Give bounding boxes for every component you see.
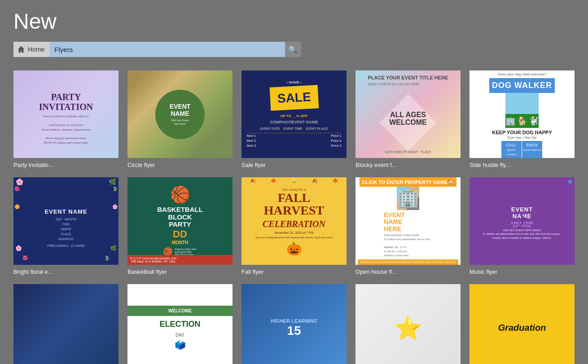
graduation-title: Graduation bbox=[498, 323, 546, 333]
template-item-election[interactable]: WELCOME ELECTION DAY 🗳️ bbox=[127, 284, 233, 364]
template-thumb-higher: HIGHER LEARNING 15 bbox=[241, 284, 347, 364]
template-item-fall[interactable]: 🍂🍁🍃🍂🍁 Get ready for a FALLHARVESTCelebra… bbox=[241, 177, 347, 275]
fall-leaves-decor: 🍂🍁🍃🍂🍁 bbox=[241, 177, 347, 184]
sale-company: COMPANY/EVENT NAME bbox=[270, 120, 318, 124]
dog-call: CALL[phone number] bbox=[501, 141, 522, 158]
dog-title: DOG WALKER bbox=[489, 78, 555, 93]
template-item-floral[interactable]: 🌸 🌿 🌺 🍃 🌸 🌿 🌺 🍃 🌼 🌸 EVENT NAME · DAY · M… bbox=[13, 177, 118, 275]
template-label: Bright floral e... bbox=[13, 268, 53, 275]
sale-table: Item 1Price 1 Item 2Price 2 Item 3Price … bbox=[247, 133, 342, 148]
template-thumb-blocky: PLACE YOUR EVENT TITLE HEREEVENT SUBTITL… bbox=[355, 70, 461, 158]
template-item-openhouse[interactable]: CLICK TO ENTER PROPERTY NAME 🏠 🏢 EVENTNA… bbox=[355, 177, 461, 275]
floral-details: · DAY · MONTH ·· TIME ·AM/PMPLACE· ADDRE… bbox=[54, 217, 78, 242]
template-thumb-basketball: 🏀 BASKETBALLBLOCKPARTY DD MONTH 🏀 Player… bbox=[127, 177, 233, 265]
blocky-title: PLACE YOUR EVENT TITLE HEREEVENT SUBTITL… bbox=[368, 75, 448, 87]
basketball-footer: R.S.V.P someone@example.com456 Main St i… bbox=[127, 255, 233, 265]
higher-pre: HIGHER LEARNING bbox=[271, 318, 317, 324]
template-thumb-fall: 🍂🍁🍃🍂🍁 Get ready for a FALLHARVESTCelebra… bbox=[241, 177, 347, 265]
openhouse-header-text: CLICK TO ENTER PROPERTY NAME bbox=[362, 180, 448, 185]
openhouse-photo: 🏢 bbox=[397, 187, 419, 210]
openhouse-content: EVENTNAMEHERE SUB HEADING GOES HERE To r… bbox=[381, 210, 434, 259]
search-bar: Home 🔍 bbox=[13, 42, 575, 57]
openhouse-event-title: EVENTNAMEHERE bbox=[384, 212, 432, 232]
page-header: New Home 🔍 bbox=[0, 0, 588, 61]
dog-rate: $ per hour / Mon-Sat bbox=[492, 136, 552, 139]
template-label: Party invitatio... bbox=[13, 162, 53, 168]
higher-number: 15 bbox=[271, 324, 317, 338]
template-thumb-circle: EVENTNAME Add Key EventInfo Here! bbox=[127, 70, 233, 158]
basketball-date: DD bbox=[173, 228, 187, 240]
template-thumb-floral: 🌸 🌿 🌺 🍃 🌸 🌿 🌺 🍃 🌼 🌸 EVENT NAME · DAY · M… bbox=[13, 177, 118, 265]
template-item-party[interactable]: PARTYINVITATION You're Invited to Celebr… bbox=[13, 70, 118, 168]
home-label: Home bbox=[28, 46, 44, 53]
template-label: Circle flyer bbox=[127, 162, 155, 168]
openhouse-footer: DOUBLE CLICK IN FOOTER TO UPDATE WEBSITE… bbox=[358, 259, 459, 265]
template-thumb-dogwalker: Does your dog need exercise? DOG WALKER … bbox=[470, 70, 575, 158]
dog-scene: 🏢🐕🐩 bbox=[505, 93, 539, 128]
template-item-photo[interactable] bbox=[13, 284, 118, 364]
template-thumb-music: ♪ EVENTNAME JUNE 6, [YEAR][LOCATION] ADD… bbox=[470, 177, 575, 265]
floral-title: EVENT NAME bbox=[44, 208, 87, 215]
templates-grid: PARTYINVITATION You're Invited to Celebr… bbox=[0, 61, 588, 364]
circle-event-name: EVENTNAME bbox=[170, 103, 191, 117]
template-item-higher[interactable]: HIGHER LEARNING 15 bbox=[241, 284, 347, 364]
template-item-dogwalker[interactable]: Does your dog need exercise? DOG WALKER … bbox=[470, 70, 575, 168]
dog-tagline: KEEP YOUR DOG HAPPY bbox=[492, 130, 552, 135]
music-details: ADD KEY EVENT INFO HERE?To replace any p… bbox=[483, 228, 562, 240]
basketball-month: MONTH bbox=[172, 240, 189, 245]
star-icon: ⭐ bbox=[394, 315, 422, 341]
fall-pumpkin-icon: 🎃 bbox=[286, 241, 302, 256]
sale-badge: SALE bbox=[269, 85, 318, 111]
dog-question: Does your dog need exercise? bbox=[497, 70, 548, 78]
building-icon: 🏢 bbox=[397, 188, 419, 209]
dog-info: KEEP YOUR DOG HAPPY $ per hour / Mon-Sat bbox=[490, 128, 553, 141]
election-title: ELECTION bbox=[159, 320, 200, 329]
sale-name-label: • NAME • bbox=[286, 80, 302, 84]
template-label: Fall flyer bbox=[241, 268, 263, 275]
election-welcome: WELCOME bbox=[127, 306, 233, 316]
template-thumb-graduation: Graduation bbox=[470, 284, 575, 364]
floral-extra: FREE DRINKS · DJ NAME bbox=[47, 244, 85, 247]
circle-sub: Add Key EventInfo Here! bbox=[171, 118, 189, 126]
openhouse-details: SUB HEADING GOES HERE To replace any pla… bbox=[384, 233, 432, 258]
openhouse-header: CLICK TO ENTER PROPERTY NAME 🏠 bbox=[360, 177, 457, 187]
sale-info-row: EVENT DATEEVENT TIMEEVENT PLACE bbox=[260, 127, 328, 130]
election-sub: DAY bbox=[176, 333, 184, 338]
template-item-music[interactable]: ♪ EVENTNAME JUNE 6, [YEAR][LOCATION] ADD… bbox=[470, 177, 575, 275]
template-item-blocky[interactable]: PLACE YOUR EVENT TITLE HEREEVENT SUBTITL… bbox=[355, 70, 461, 168]
dot-indicator bbox=[568, 180, 572, 184]
template-item-star[interactable]: ⭐ bbox=[355, 284, 461, 364]
home-icon bbox=[17, 45, 25, 53]
template-thumb-election: WELCOME ELECTION DAY 🗳️ bbox=[127, 284, 233, 364]
higher-content: HIGHER LEARNING 15 bbox=[271, 318, 317, 338]
fall-title: FALLHARVESTCelebration bbox=[263, 192, 325, 229]
template-label: Basketball flyer bbox=[127, 268, 167, 275]
sale-percent: UP TO __% OFF bbox=[281, 114, 308, 118]
music-date: JUNE 6, [YEAR][LOCATION] bbox=[511, 221, 534, 228]
search-button[interactable]: 🔍 bbox=[285, 42, 301, 57]
dog-footer: CALL[phone number] EMAIL[email address] bbox=[501, 141, 543, 158]
fall-date: November 26, 2026 at 7 PM bbox=[274, 231, 314, 234]
fall-desc: Join us in celebrating the fall harvest … bbox=[255, 236, 333, 239]
search-icon: 🔍 bbox=[289, 45, 298, 54]
template-label: Music flyer bbox=[470, 268, 497, 275]
template-thumb-sale: • NAME • SALE UP TO __% OFF COMPANY/EVEN… bbox=[241, 70, 347, 158]
basketball-title: BASKETBALLBLOCKPARTY bbox=[157, 206, 203, 228]
template-item-sale[interactable]: • NAME • SALE UP TO __% OFF COMPANY/EVEN… bbox=[241, 70, 347, 168]
blocky-mid: ALL AGESWELCOME bbox=[389, 111, 427, 127]
home-button[interactable]: Home bbox=[13, 42, 50, 57]
template-label: Open house fl... bbox=[355, 268, 397, 275]
template-thumb-photo bbox=[13, 284, 118, 364]
house-icon: 🏠 bbox=[448, 179, 454, 185]
basketball-rsvp: R.S.V.P someone@example.com456 Main St i… bbox=[130, 257, 177, 263]
search-input[interactable] bbox=[50, 42, 301, 57]
template-thumb-star: ⭐ bbox=[355, 284, 461, 364]
search-wrapper: 🔍 bbox=[50, 42, 301, 57]
template-item-graduation[interactable]: Graduation bbox=[470, 284, 575, 364]
template-item-basketball[interactable]: 🏀 BASKETBALLBLOCKPARTY DD MONTH 🏀 Player… bbox=[127, 177, 233, 275]
election-icon: 🗳️ bbox=[175, 339, 186, 350]
page-title: New bbox=[13, 9, 575, 34]
template-item-circle[interactable]: EVENTNAME Add Key EventInfo Here! Circle… bbox=[127, 70, 233, 168]
dog-email: EMAIL[email address] bbox=[522, 141, 543, 158]
circle-overlay: EVENTNAME Add Key EventInfo Here! bbox=[155, 90, 205, 139]
